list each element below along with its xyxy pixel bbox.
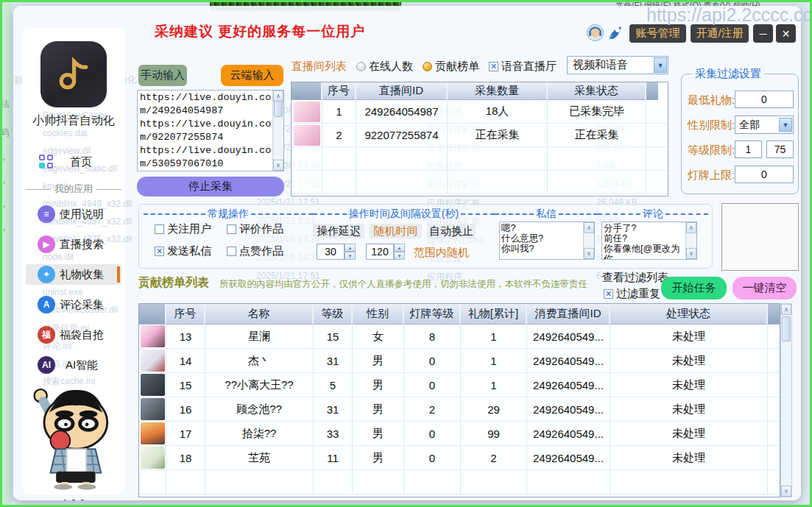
sidebar-item[interactable]: AI AI智能 [26, 355, 121, 375]
tab-room-list[interactable]: 直播间列表 [292, 60, 347, 74]
home-grid-icon [39, 155, 54, 169]
spin-up-icon[interactable]: ▲ [345, 244, 356, 252]
scroll-up-icon[interactable]: ∧ [686, 222, 696, 233]
operation-checkbox[interactable]: 评价作品 [227, 222, 283, 236]
url-scrollbar: ∧ ∨ [272, 91, 283, 171]
sidebar-item-label: 礼物收集 [55, 268, 121, 282]
min-delay-spinner[interactable]: 30 ▲▼ [317, 244, 356, 260]
customer-service-icon[interactable] [586, 24, 604, 42]
contribution-table-row[interactable]: 14 杰丶 31 男 0 1 2492640549... 未处理 [139, 349, 780, 373]
minimize-button[interactable]: ─ [753, 24, 773, 43]
sidebar-divider: 我的应用 [26, 182, 121, 196]
sidebar-item[interactable]: ≡ 使用说明 [26, 204, 121, 224]
empty-row [292, 147, 668, 171]
scroll-up-icon[interactable]: ∧ [781, 304, 791, 315]
spin-down-icon[interactable]: ▼ [394, 252, 405, 260]
close-button[interactable]: ✕ [776, 24, 796, 43]
min-gift-label: 最低礼物: [688, 93, 735, 107]
radio-selected-icon [423, 62, 432, 71]
spin-up-icon[interactable]: ▲ [394, 244, 405, 252]
room-url-input[interactable]: https://live.douyin.com/249264054987 htt… [137, 90, 284, 171]
operation-checkbox[interactable]: ✕ 发送私信 [155, 244, 211, 258]
max-delay-spinner[interactable]: 120 ▲▼ [366, 244, 405, 260]
stream-type-select[interactable]: 视频和语音 ▼ [567, 56, 668, 74]
chevron-down-icon: ▼ [779, 118, 792, 132]
sidebar-item-label: 直播搜索 [55, 238, 121, 252]
mascot-image [28, 383, 119, 492]
scrollbar-thumb[interactable] [782, 316, 791, 341]
view-filter-list-link[interactable]: 查看过滤列表 [602, 271, 668, 285]
room-table-row[interactable]: 1 249264054987 18人 已采集完毕 [292, 100, 668, 124]
scroll-down-icon[interactable]: ∨ [781, 486, 791, 497]
rocket-icon[interactable] [607, 24, 625, 42]
cloud-input-button[interactable]: 云端输入 [221, 65, 283, 86]
comment-message-input[interactable]: 分手了? 前任? 你看像他[@更改为你 ∧ ∨ [601, 221, 697, 260]
avatar-cell [139, 422, 166, 445]
start-task-button[interactable]: 开始任务 [661, 277, 727, 299]
badge-limit-label: 灯牌上限: [688, 169, 735, 182]
dm-message-input[interactable]: 嗯? 什么意思? 你叫我? ∧ ∨ [499, 221, 595, 260]
contribution-disclaimer: 所获取的内容均由官方公开，仅供个人直播参考使用，切勿非法使用，本软件不负连带责任 [219, 278, 587, 291]
background-browser-url: https://api2.2cccc.cc/api [646, 4, 812, 26]
voice-room-checkbox[interactable]: ✕ 语音直播厅 [489, 60, 557, 74]
contribution-table-row[interactable]: 18 芏苑 11 男 0 2 2492640549... 未处理 [139, 446, 780, 470]
level-max-input[interactable]: 75 [766, 141, 794, 158]
account-manage-button[interactable]: 账号管理 [629, 24, 686, 43]
min-gift-input[interactable]: 0 [735, 91, 794, 108]
tab-online-count[interactable]: 在线人数 [356, 60, 413, 74]
room-table-row[interactable]: 2 922077255874 正在采集 正在采集 [292, 124, 668, 147]
level-min-input[interactable]: 1 [735, 141, 762, 158]
sidebar-item-icon: ✦ [38, 266, 55, 283]
checkbox-icon [227, 247, 236, 256]
sidebar-item-icon: A [38, 296, 55, 313]
scroll-down-icon[interactable]: ∨ [273, 160, 283, 171]
sidebar-item[interactable]: 福 福袋自抢 [26, 325, 121, 345]
avatar-cell [139, 349, 166, 372]
tab-contribution[interactable]: 贡献榜单 [423, 60, 479, 74]
preview-box [721, 203, 799, 271]
manual-input-button[interactable]: 手动输入 [138, 65, 187, 86]
contribution-table-scrollbar: ∧ ∨ [780, 303, 792, 497]
music-note-icon [52, 53, 95, 96]
checkbox-icon [155, 224, 164, 234]
scroll-down-icon[interactable]: ∨ [584, 248, 594, 259]
stop-collect-button[interactable]: 停止采集 [137, 177, 284, 196]
gender-select[interactable]: 全部 ▼ [735, 116, 794, 134]
scroll-up-icon[interactable]: ∧ [584, 222, 594, 233]
badge-limit-input[interactable]: 0 [735, 166, 794, 183]
operation-checkbox[interactable]: 点赞作品 [227, 244, 283, 258]
clear-all-button[interactable]: 一键清空 [732, 277, 797, 299]
sidebar-item-icon: AI [38, 356, 55, 374]
contribution-table-row[interactable]: 17 拾柒?? 33 男 0 99 2492640549... 未处理 [139, 422, 780, 446]
contribution-table-row[interactable]: 16 顾念池?? 31 男 2 29 2492640549... 未处理 [139, 397, 780, 422]
auto-switch-toggle[interactable]: 自动换止 [427, 224, 476, 238]
sidebar-item[interactable]: A 评论采集 [26, 294, 121, 315]
empty-row [139, 470, 780, 494]
sidebar-item-icon: ▶ [38, 235, 55, 253]
dedupe-checkbox[interactable]: ✕ 过滤重复 [604, 287, 660, 301]
divider-label: 我的应用 [54, 182, 93, 196]
scroll-down-icon[interactable]: ∨ [686, 248, 696, 259]
sidebar-item[interactable]: ▶ 直播搜索 [26, 234, 121, 255]
selected-value: 全部 [735, 118, 779, 132]
delay-label: 操作延迟 [313, 224, 364, 238]
contribution-table-row[interactable]: 13 星澜 15 女 8 1 2492640549... 未处理 [139, 325, 780, 349]
group-title-dm: 私信 [495, 208, 598, 220]
level-limit-label: 等级限制: [688, 143, 735, 157]
scrollbar-thumb[interactable] [274, 101, 283, 117]
collect-filter-panel: 采集过滤设置 最低礼物: 0 性别限制: 全部 ▼ 等级限制: 1 75 灯牌上… [681, 74, 799, 194]
scroll-up-icon[interactable]: ∧ [273, 91, 283, 102]
operation-checkbox[interactable]: 关注用户 [155, 222, 211, 236]
sidebar-item-icon: 福 [38, 326, 55, 344]
random-time-toggle[interactable]: 随机时间 [370, 224, 422, 238]
checkbox-icon: ✕ [604, 289, 613, 299]
spinner-value: 120 [366, 244, 394, 260]
register-button[interactable]: 开通/注册 [691, 24, 749, 43]
sidebar-item[interactable]: ✦ 礼物收集 [26, 264, 121, 285]
contribution-table-row[interactable]: 15 ??小离大王?? 5 男 0 1 2492640549... 未处理 [139, 373, 780, 397]
sidebar-item-label: 评论采集 [55, 298, 121, 312]
spinner-value: 30 [317, 244, 345, 260]
avatar-column-header [292, 82, 322, 100]
spin-down-icon[interactable]: ▼ [345, 252, 356, 260]
sidebar-item-home[interactable]: 首页 [26, 152, 121, 172]
